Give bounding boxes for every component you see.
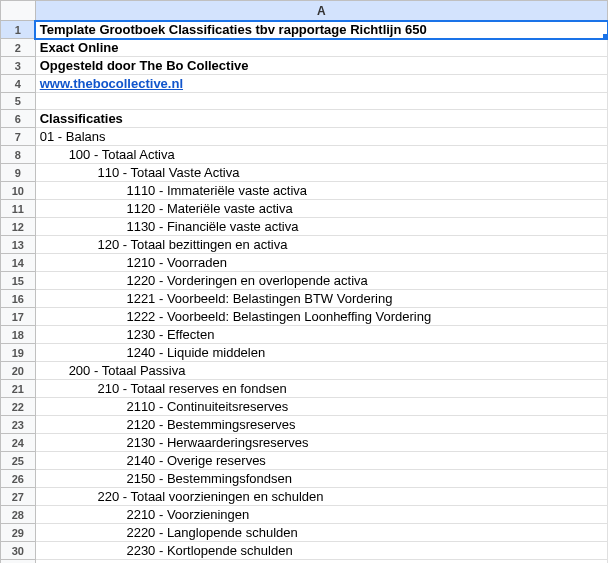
row-header[interactable]: 29 bbox=[1, 524, 36, 542]
cell[interactable]: 1221 - Voorbeeld: Belastingen BTW Vorder… bbox=[35, 290, 607, 308]
cell-text: 2210 - Voorzieningen bbox=[126, 507, 249, 522]
cell[interactable]: 1130 - Financiële vaste activa bbox=[35, 218, 607, 236]
cell[interactable]: 1110 - Immateriële vaste activa bbox=[35, 182, 607, 200]
cell[interactable]: 1230 - Effecten bbox=[35, 326, 607, 344]
cell-text: 1222 - Voorbeeld: Belastingen Loonheffin… bbox=[126, 309, 431, 324]
cell-text: 200 - Totaal Passiva bbox=[69, 363, 186, 378]
column-header-a[interactable]: A bbox=[35, 1, 607, 21]
cell[interactable]: 2230 - Kortlopende schulden bbox=[35, 542, 607, 560]
row-header[interactable]: 13 bbox=[1, 236, 36, 254]
row-header[interactable]: 1 bbox=[1, 21, 36, 39]
cell[interactable]: Template Grootboek Classificaties tbv ra… bbox=[35, 21, 607, 39]
cell-text: Exact Online bbox=[40, 40, 119, 55]
cell[interactable]: www.thebocollective.nl bbox=[35, 75, 607, 93]
cell[interactable] bbox=[35, 93, 607, 110]
row-header[interactable]: 7 bbox=[1, 128, 36, 146]
row-header[interactable]: 15 bbox=[1, 272, 36, 290]
cell-text: 1220 - Vorderingen en overlopende activa bbox=[126, 273, 367, 288]
row-header[interactable]: 11 bbox=[1, 200, 36, 218]
cell[interactable]: 2210 - Voorzieningen bbox=[35, 506, 607, 524]
row-header[interactable]: 6 bbox=[1, 110, 36, 128]
cell[interactable]: 01 - Balans bbox=[35, 128, 607, 146]
row-header[interactable]: 5 bbox=[1, 93, 36, 110]
cell-text: Opgesteld door The Bo Collective bbox=[40, 58, 249, 73]
cell[interactable]: 100 - Totaal Activa bbox=[35, 146, 607, 164]
cell-text: 01 - Balans bbox=[40, 129, 106, 144]
row-header[interactable]: 30 bbox=[1, 542, 36, 560]
cell[interactable]: 120 - Totaal bezittingen en activa bbox=[35, 236, 607, 254]
cell[interactable]: 210 - Totaal reserves en fondsen bbox=[35, 380, 607, 398]
row-header[interactable]: 9 bbox=[1, 164, 36, 182]
cell[interactable]: 1222 - Voorbeeld: Belastingen Loonheffin… bbox=[35, 308, 607, 326]
cell-text: Template Grootboek Classificaties tbv ra… bbox=[40, 22, 427, 37]
cell[interactable]: 200 - Totaal Passiva bbox=[35, 362, 607, 380]
cell[interactable]: Exact Online bbox=[35, 39, 607, 57]
row-header[interactable]: 25 bbox=[1, 452, 36, 470]
cell-text: 2110 - Continuiteitsreserves bbox=[126, 399, 288, 414]
row-header[interactable]: 21 bbox=[1, 380, 36, 398]
row-header[interactable]: 3 bbox=[1, 57, 36, 75]
cell-text: 210 - Totaal reserves en fondsen bbox=[98, 381, 287, 396]
cell[interactable]: 1220 - Vorderingen en overlopende activa bbox=[35, 272, 607, 290]
cell-text: 2230 - Kortlopende schulden bbox=[126, 543, 292, 558]
cell[interactable]: 2110 - Continuiteitsreserves bbox=[35, 398, 607, 416]
row-header[interactable]: 23 bbox=[1, 416, 36, 434]
cell[interactable]: 2150 - Bestemmingsfondsen bbox=[35, 470, 607, 488]
row-header[interactable]: 28 bbox=[1, 506, 36, 524]
row-header[interactable]: 2 bbox=[1, 39, 36, 57]
cell[interactable]: Opgesteld door The Bo Collective bbox=[35, 57, 607, 75]
row-header[interactable]: 17 bbox=[1, 308, 36, 326]
cell[interactable]: 2130 - Herwaarderingsreserves bbox=[35, 434, 607, 452]
row-header[interactable]: 4 bbox=[1, 75, 36, 93]
cell-text: 1221 - Voorbeeld: Belastingen BTW Vorder… bbox=[126, 291, 392, 306]
row-header[interactable]: 12 bbox=[1, 218, 36, 236]
cell-text: 2130 - Herwaarderingsreserves bbox=[126, 435, 308, 450]
cell-text: 1130 - Financiële vaste activa bbox=[126, 219, 298, 234]
select-all-corner[interactable] bbox=[1, 1, 36, 21]
cell-text: 220 - Totaal voorzieningen en schulden bbox=[98, 489, 324, 504]
cell-text: 120 - Totaal bezittingen en activa bbox=[98, 237, 288, 252]
cell[interactable]: 2120 - Bestemmingsreserves bbox=[35, 416, 607, 434]
cell[interactable]: Classificaties bbox=[35, 110, 607, 128]
cell-text: 100 - Totaal Activa bbox=[69, 147, 175, 162]
cell-link[interactable]: www.thebocollective.nl bbox=[40, 76, 183, 91]
cell[interactable]: 2220 - Langlopende schulden bbox=[35, 524, 607, 542]
cell-text: 2150 - Bestemmingsfondsen bbox=[126, 471, 291, 486]
cell[interactable]: 110 - Totaal Vaste Activa bbox=[35, 164, 607, 182]
cell-text: 2220 - Langlopende schulden bbox=[126, 525, 297, 540]
cell[interactable]: 1120 - Materiële vaste activa bbox=[35, 200, 607, 218]
row-header[interactable]: 16 bbox=[1, 290, 36, 308]
row-header[interactable]: 31 bbox=[1, 560, 36, 564]
cell-text: 1110 - Immateriële vaste activa bbox=[126, 183, 307, 198]
cell[interactable]: 1210 - Voorraden bbox=[35, 254, 607, 272]
cell-text: 1230 - Effecten bbox=[126, 327, 214, 342]
cell-text: 110 - Totaal Vaste Activa bbox=[98, 165, 240, 180]
row-header[interactable]: 27 bbox=[1, 488, 36, 506]
cell-text: Classificaties bbox=[40, 111, 123, 126]
cell-text: 1210 - Voorraden bbox=[126, 255, 226, 270]
cell[interactable]: 2231 - Belastingen BTW Schuld bbox=[35, 560, 607, 564]
cell-text: 1240 - Liquide middelen bbox=[126, 345, 265, 360]
row-header[interactable]: 10 bbox=[1, 182, 36, 200]
cell-text: 2140 - Overige reserves bbox=[126, 453, 265, 468]
cell[interactable]: 2140 - Overige reserves bbox=[35, 452, 607, 470]
spreadsheet-grid[interactable]: A 1Template Grootboek Classificaties tbv… bbox=[0, 0, 608, 563]
cell[interactable]: 220 - Totaal voorzieningen en schulden bbox=[35, 488, 607, 506]
cell-text: 2120 - Bestemmingsreserves bbox=[126, 417, 295, 432]
row-header[interactable]: 19 bbox=[1, 344, 36, 362]
cell-text: 1120 - Materiële vaste activa bbox=[126, 201, 292, 216]
row-header[interactable]: 8 bbox=[1, 146, 36, 164]
row-header[interactable]: 22 bbox=[1, 398, 36, 416]
cell[interactable]: 1240 - Liquide middelen bbox=[35, 344, 607, 362]
row-header[interactable]: 20 bbox=[1, 362, 36, 380]
row-header[interactable]: 14 bbox=[1, 254, 36, 272]
row-header[interactable]: 18 bbox=[1, 326, 36, 344]
row-header[interactable]: 24 bbox=[1, 434, 36, 452]
row-header[interactable]: 26 bbox=[1, 470, 36, 488]
